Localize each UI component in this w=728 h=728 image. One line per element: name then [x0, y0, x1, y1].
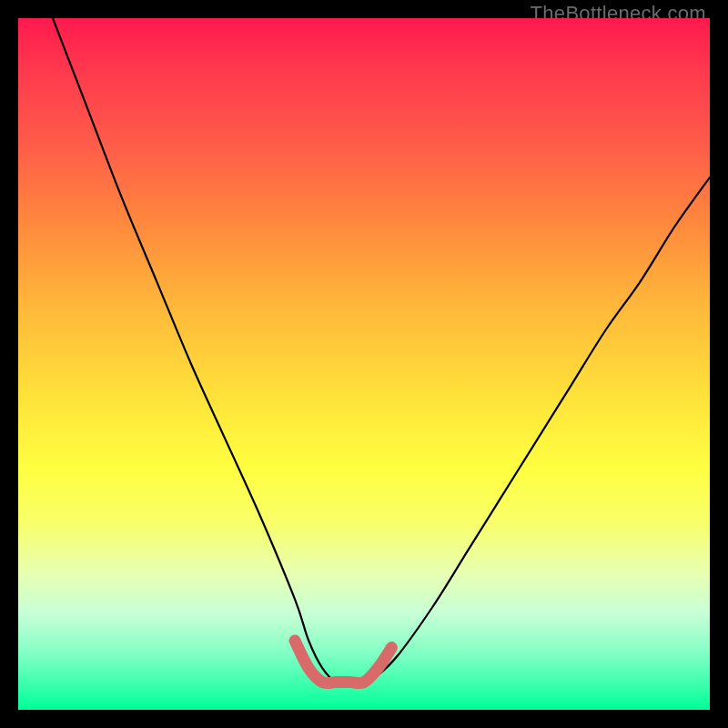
- bottleneck-curve-line: [53, 18, 710, 683]
- highlight-band-line: [295, 641, 391, 683]
- curve-svg: [18, 18, 710, 710]
- chart-frame: TheBottleneck.com: [0, 0, 728, 728]
- plot-area: [18, 18, 710, 710]
